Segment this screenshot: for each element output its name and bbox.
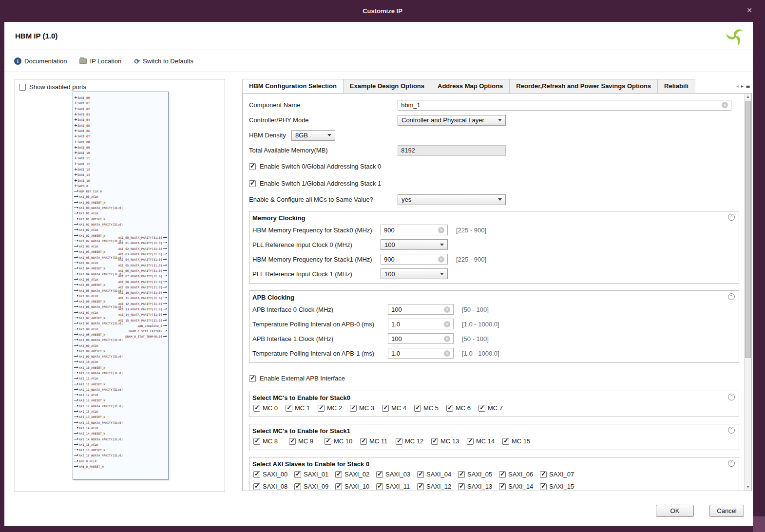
collapse-icon[interactable]: ⌃ (728, 394, 735, 400)
checkbox-icon[interactable] (335, 483, 342, 490)
show-disabled-ports-checkbox[interactable] (19, 84, 26, 91)
checkbox-icon[interactable] (431, 438, 438, 445)
checkbox-saxi-10[interactable]: SAXI_10 (335, 483, 376, 490)
interface-port[interactable]: +SAXI_02 (74, 106, 123, 112)
tab-hbm-configuration-selection[interactable]: HBM Configuration Selection (242, 79, 344, 93)
component-name-input[interactable]: hbm_1 ✕ (398, 100, 731, 111)
checkbox-mc-2[interactable]: MC 2 (318, 404, 350, 412)
scroll-down-icon[interactable]: ▼ (745, 484, 751, 491)
checkbox-saxi-08[interactable]: SAXI_08 (253, 483, 294, 490)
checkbox-saxi-07[interactable]: SAXI_07 (540, 471, 581, 478)
select-pll-reference-input-clock-1-mhz[interactable]: 100 (381, 268, 448, 279)
expand-icon[interactable]: + (74, 117, 77, 122)
checkbox-saxi-12[interactable]: SAXI_12 (417, 483, 458, 490)
input-hbm-memory-frequency-for-stack1-mhz[interactable]: 900✕ (381, 254, 448, 265)
checkbox-icon[interactable] (376, 471, 383, 478)
checkbox-icon[interactable] (350, 405, 357, 412)
checkbox-icon[interactable] (253, 438, 260, 445)
tab-reorder-refresh-and-power-savings-options[interactable]: Reorder,Refresh and Power Savings Option… (510, 79, 658, 93)
expand-icon[interactable]: + (74, 134, 77, 138)
checkbox-mc-13[interactable]: MC 13 (431, 437, 467, 445)
interface-port[interactable]: +SAPB_0 (74, 183, 123, 189)
external-apb-checkbox[interactable] (249, 375, 256, 382)
checkbox-icon[interactable] (540, 483, 547, 490)
input-apb-interface-0-clock-mhz[interactable]: 100✕ (388, 304, 454, 315)
checkbox-icon[interactable] (286, 405, 292, 412)
checkbox-mc-5[interactable]: MC 5 (414, 404, 446, 412)
expand-icon[interactable]: + (74, 162, 77, 166)
interface-port[interactable]: +SAXI_03 (74, 112, 123, 117)
interface-port[interactable]: +SAXI_13 (74, 167, 123, 172)
show-disabled-ports-row[interactable]: Show disabled ports (19, 83, 86, 91)
scrollbar-thumb[interactable] (745, 101, 751, 358)
checkbox-saxi-01[interactable]: SAXI_01 (294, 471, 335, 478)
checkbox-saxi-13[interactable]: SAXI_13 (458, 483, 499, 490)
checkbox-icon[interactable] (502, 438, 509, 445)
controller-phy-mode-select[interactable]: Controller and Physical Layer (398, 115, 506, 126)
checkbox-icon[interactable] (318, 405, 325, 412)
expand-icon[interactable]: + (74, 172, 77, 177)
select-pll-reference-input-clock-0-mhz[interactable]: 100 (381, 239, 448, 250)
checkbox-icon[interactable] (414, 405, 421, 412)
tab-scroll-right-icon[interactable]: ▸ (741, 83, 744, 89)
interface-port[interactable]: +SAXI_04 (74, 117, 123, 122)
checkbox-mc-6[interactable]: MC 6 (446, 404, 478, 412)
enable-switch1-checkbox[interactable] (249, 180, 256, 187)
checkbox-mc-9[interactable]: MC 9 (289, 437, 325, 445)
input-apb-interface-1-clock-mhz[interactable]: 100✕ (388, 333, 454, 344)
clear-icon[interactable]: ✕ (438, 256, 444, 263)
interface-port[interactable]: +SAXI_10 (74, 150, 123, 155)
expand-icon[interactable]: + (74, 107, 77, 111)
expand-icon[interactable]: + (74, 184, 77, 188)
clear-icon[interactable]: ✕ (444, 321, 450, 327)
checkbox-saxi-04[interactable]: SAXI_04 (417, 471, 458, 478)
checkbox-mc-1[interactable]: MC 1 (286, 404, 318, 412)
clear-icon[interactable]: ✕ (722, 102, 728, 108)
checkbox-mc-0[interactable]: MC 0 (253, 404, 286, 412)
expand-icon[interactable]: + (74, 140, 77, 144)
interface-port[interactable]: +SAXI_14 (74, 172, 123, 177)
checkbox-icon[interactable] (376, 483, 383, 490)
checkbox-mc-8[interactable]: MC 8 (253, 437, 289, 445)
collapse-icon[interactable]: ⌃ (728, 460, 735, 467)
checkbox-icon[interactable] (396, 438, 402, 445)
expand-icon[interactable]: + (74, 167, 77, 171)
checkbox-mc-7[interactable]: MC 7 (478, 404, 511, 412)
checkbox-saxi-05[interactable]: SAXI_05 (458, 471, 499, 478)
checkbox-mc-14[interactable]: MC 14 (467, 437, 502, 445)
tab-scroll-left-icon[interactable]: ◂ (736, 83, 739, 89)
interface-port[interactable]: +SAXI_15 (74, 177, 123, 183)
checkbox-icon[interactable] (325, 438, 331, 445)
interface-port[interactable]: +SAXI_11 (74, 155, 123, 161)
checkbox-icon[interactable] (446, 405, 453, 412)
checkbox-icon[interactable] (467, 438, 474, 445)
checkbox-icon[interactable] (458, 483, 465, 490)
expand-icon[interactable]: + (74, 123, 77, 128)
interface-port[interactable]: +SAXI_08 (74, 139, 123, 144)
checkbox-icon[interactable] (335, 471, 342, 478)
checkbox-icon[interactable] (294, 483, 301, 490)
checkbox-mc-4[interactable]: MC 4 (382, 404, 414, 412)
ip-location-button[interactable]: IP Location (79, 57, 121, 65)
ok-button[interactable]: OK (656, 505, 694, 517)
close-icon[interactable]: ✕ (746, 7, 752, 14)
checkbox-mc-12[interactable]: MC 12 (396, 437, 431, 445)
checkbox-icon[interactable] (478, 405, 485, 412)
checkbox-icon[interactable] (540, 471, 547, 478)
expand-icon[interactable]: + (74, 112, 77, 116)
checkbox-icon[interactable] (458, 471, 465, 478)
checkbox-icon[interactable] (253, 471, 260, 478)
checkbox-icon[interactable] (253, 405, 260, 412)
expand-icon[interactable]: + (74, 129, 77, 133)
checkbox-saxi-03[interactable]: SAXI_03 (376, 471, 417, 478)
interface-port[interactable]: +SAXI_09 (74, 145, 123, 150)
interface-port[interactable]: +SAXI_12 (74, 161, 123, 167)
expand-icon[interactable]: + (74, 178, 77, 183)
clear-icon[interactable]: ✕ (444, 350, 450, 357)
interface-port[interactable]: +SAXI_01 (74, 100, 123, 106)
input-temperature-polling-interval-on-apb-0-ms[interactable]: 1.0✕ (388, 319, 454, 329)
collapse-icon[interactable]: ⌃ (728, 427, 735, 434)
checkbox-icon[interactable] (417, 471, 424, 478)
clear-icon[interactable]: ✕ (444, 336, 450, 342)
checkbox-saxi-00[interactable]: SAXI_00 (253, 471, 294, 478)
